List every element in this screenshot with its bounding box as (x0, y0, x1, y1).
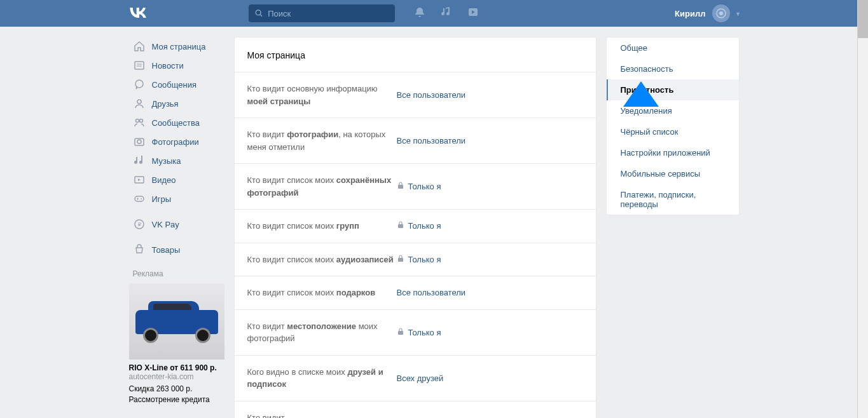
lock-icon (397, 182, 404, 191)
news-icon (133, 59, 146, 72)
setting-row: Кто видит фотографии, на которых меня от… (235, 118, 596, 164)
sidebar-item-label: Друзья (152, 99, 179, 109)
friends-icon (133, 97, 146, 110)
sidebar-item-label: Моя страница (152, 42, 206, 51)
setting-value[interactable]: Все пользователи (397, 287, 466, 299)
ad-image (129, 283, 224, 360)
setting-label: Кто видит местоположение моих фотографий (247, 320, 397, 345)
svg-rect-21 (398, 258, 403, 262)
user-menu[interactable]: Кирилл ▾ (675, 4, 739, 22)
sidebar-item-label: Сообщения (152, 80, 197, 90)
sidebar: Моя страницаНовостиСообщенияДрузьяСообще… (129, 37, 224, 418)
svg-point-4 (719, 11, 723, 15)
setting-value[interactable]: Только я (397, 320, 441, 345)
svg-rect-22 (398, 331, 403, 335)
settings-nav-item[interactable]: Чёрный список (607, 121, 739, 142)
notifications-icon[interactable] (414, 6, 425, 20)
lock-icon (397, 328, 404, 337)
sidebar-item-messages[interactable]: Сообщения (129, 75, 224, 94)
svg-rect-20 (398, 224, 403, 228)
sidebar-item-games[interactable]: Игры (129, 189, 224, 208)
search-input[interactable] (268, 9, 388, 18)
sidebar-item-label: Фотографии (152, 137, 199, 147)
search-box[interactable] (249, 4, 395, 22)
page-title: Моя страница (235, 37, 596, 72)
setting-value[interactable]: Только я (397, 253, 441, 266)
setting-row: Кого видно в списке моих друзей и подпис… (235, 356, 596, 401)
home-icon (133, 40, 146, 53)
svg-point-16 (141, 198, 142, 199)
lock-icon (397, 221, 404, 231)
messages-icon (133, 78, 146, 91)
sidebar-item-home[interactable]: Моя страница (129, 37, 224, 56)
ad-text-2: Рассмотрение кредита (129, 394, 224, 405)
svg-text:₽: ₽ (137, 222, 141, 227)
settings-nav-item[interactable]: Уведомления (607, 100, 739, 121)
setting-value[interactable]: Все пользователи (397, 128, 466, 153)
sidebar-item-label: Видео (152, 175, 176, 185)
setting-label: Кто видит основную информацию моей стран… (247, 83, 397, 107)
svg-rect-19 (398, 185, 403, 189)
sidebar-item-vkpay[interactable]: ₽ VK Pay (129, 215, 224, 234)
scrollbar-thumb[interactable] (858, 0, 868, 38)
market-icon (133, 243, 146, 256)
sidebar-item-friends[interactable]: Друзья (129, 94, 224, 113)
sidebar-item-label: Музыка (152, 156, 181, 166)
sidebar-item-label: Новости (152, 61, 184, 71)
setting-label: Кто видит фотографии, на которых меня от… (247, 128, 397, 153)
ad-block[interactable]: RIO X-Line от 611 900 р. autocenter-kia.… (129, 283, 224, 405)
sidebar-item-video[interactable]: Видео (129, 170, 224, 189)
settings-nav-item[interactable]: Платежи, подписки, переводы (607, 184, 739, 215)
video-icon[interactable] (467, 6, 479, 20)
main-content: Моя страница Кто видит основную информац… (234, 37, 596, 418)
sidebar-item-label: Товары (152, 245, 181, 255)
settings-nav-item[interactable]: Мобильные сервисы (607, 163, 739, 184)
ad-label: Реклама (133, 269, 224, 278)
setting-row: Кто видит список моих сохранённых фотогр… (235, 164, 596, 210)
lock-icon (397, 255, 404, 264)
svg-line-1 (259, 15, 261, 17)
chevron-down-icon: ▾ (736, 10, 740, 17)
music-icon[interactable] (441, 6, 452, 20)
sidebar-item-label: VK Pay (152, 220, 179, 229)
setting-value[interactable]: Только я (397, 220, 441, 233)
svg-point-9 (137, 100, 141, 104)
scrollbar[interactable] (857, 0, 868, 418)
settings-nav-item[interactable]: Настройки приложений (607, 142, 739, 163)
sidebar-item-music[interactable]: Музыка (129, 151, 224, 170)
setting-row: Кто видит список моих группТолько я (235, 210, 596, 243)
sidebar-item-news[interactable]: Новости (129, 56, 224, 75)
setting-value[interactable]: Всех друзей (397, 366, 444, 391)
sidebar-item-market[interactable]: Товары (129, 240, 224, 259)
setting-row: Кто видит местоположение моих фотографий… (235, 310, 596, 356)
music-icon (133, 154, 146, 167)
settings-nav: ОбщееБезопасностьПриватностьУведомленияЧ… (606, 37, 740, 215)
avatar (712, 4, 730, 22)
setting-label: Кто видит список моих групп (247, 220, 397, 233)
settings-nav-item[interactable]: Безопасность (607, 58, 739, 79)
photos-icon (133, 135, 146, 148)
svg-point-13 (137, 140, 141, 144)
svg-rect-15 (135, 196, 144, 201)
svg-point-10 (135, 119, 139, 123)
setting-row: Кто видит список моих аудиозаписейТолько… (235, 243, 596, 277)
setting-label: Кто видит список моих подарков (247, 287, 397, 299)
setting-value[interactable]: Только я (397, 174, 441, 199)
setting-label: Кто видит (247, 412, 397, 419)
sidebar-item-photos[interactable]: Фотографии (129, 132, 224, 151)
communities-icon (133, 116, 146, 129)
ad-title: RIO X-Line от 611 900 р. (129, 360, 224, 372)
vk-logo[interactable] (129, 5, 147, 22)
setting-label: Кого видно в списке моих друзей и подпис… (247, 366, 397, 391)
video-icon (133, 173, 146, 186)
settings-nav-item[interactable]: Общее (607, 37, 739, 58)
setting-row: Кто видит (235, 401, 596, 419)
ad-text-1: Скидка 263 000 р. (129, 384, 224, 394)
sidebar-item-communities[interactable]: Сообщества (129, 113, 224, 132)
pay-icon: ₽ (133, 218, 146, 231)
setting-value[interactable]: Все пользователи (397, 83, 466, 107)
settings-nav-item[interactable]: Приватность (607, 79, 739, 100)
sidebar-item-label: Сообщества (152, 118, 200, 128)
ad-domain: autocenter-kia.com (129, 372, 224, 384)
games-icon (133, 192, 146, 205)
